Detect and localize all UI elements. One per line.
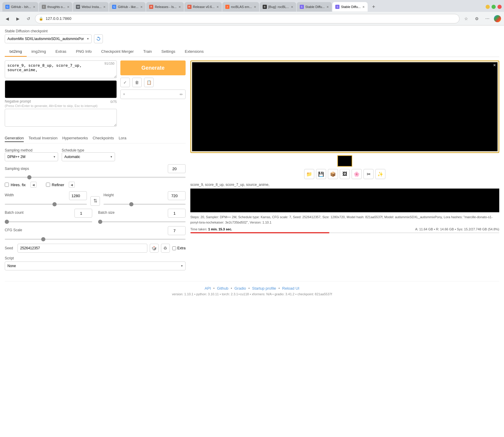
tab-train[interactable]: Train bbox=[138, 47, 157, 57]
tab-pnginfo[interactable]: PNG Info bbox=[71, 47, 96, 57]
tab-close-9[interactable]: ✕ bbox=[326, 5, 329, 9]
hires-collapse-button[interactable]: ◀ bbox=[31, 182, 36, 188]
tab-extensions[interactable]: Extensions bbox=[180, 47, 208, 57]
hires-fix-checkbox[interactable] bbox=[5, 183, 9, 187]
tab-img2img[interactable]: img2img bbox=[27, 47, 51, 57]
sampling-steps-slider[interactable] bbox=[5, 177, 186, 178]
forward-button[interactable]: ▶ bbox=[14, 15, 22, 23]
tool-magic-button[interactable]: 🌸 bbox=[352, 169, 362, 179]
copy-button[interactable]: 📋 bbox=[144, 78, 154, 87]
footer-api-link[interactable]: API bbox=[205, 286, 211, 291]
tool-select-button[interactable]: ✂ bbox=[363, 169, 374, 179]
height-input[interactable] bbox=[168, 191, 186, 200]
address-bar[interactable]: 🔒 127.0.0.1:7860 bbox=[35, 14, 460, 23]
tab-4[interactable]: G GitHub - like... ✕ bbox=[109, 2, 146, 12]
negative-prompt-textarea[interactable] bbox=[5, 109, 117, 127]
tab-9[interactable]: S Stable Diffu... ✕ bbox=[297, 2, 332, 12]
close-button[interactable] bbox=[497, 5, 502, 9]
tab-close-6[interactable]: ✕ bbox=[216, 5, 219, 9]
menu-button[interactable]: ⋯ bbox=[483, 15, 492, 23]
width-slider[interactable] bbox=[5, 204, 87, 205]
sampling-steps-input[interactable] bbox=[168, 164, 186, 173]
width-input[interactable] bbox=[69, 191, 87, 200]
tab-close-3[interactable]: ✕ bbox=[103, 5, 106, 9]
maximize-button[interactable] bbox=[492, 5, 496, 9]
extra-checkbox[interactable] bbox=[172, 246, 176, 250]
tab-txt2img[interactable]: txt2img bbox=[5, 47, 27, 57]
tab-8[interactable]: B [Bug]: rocBL... ✕ bbox=[260, 2, 296, 12]
batch-count-input[interactable] bbox=[74, 209, 92, 218]
tab-settings[interactable]: Settings bbox=[157, 47, 180, 57]
bookmark-button[interactable]: ☆ bbox=[462, 15, 470, 23]
tab-close-2[interactable]: ✕ bbox=[67, 5, 69, 9]
generate-button[interactable]: Generate bbox=[120, 60, 186, 75]
sub-tab-hypernetworks[interactable]: Hypernetworks bbox=[62, 135, 88, 142]
cfg-scale-slider[interactable] bbox=[5, 239, 186, 240]
width-label: Width bbox=[5, 193, 14, 197]
tab-close-10[interactable]: ✕ bbox=[362, 5, 365, 9]
tab-10[interactable]: S Stable Diffu... ✕ bbox=[332, 2, 368, 12]
checkpoint-select[interactable]: AutismMix SDXL\autismmixSDXL_autismmixPo… bbox=[5, 34, 92, 43]
tab-1[interactable]: G GitHub - Ish... ✕ bbox=[2, 2, 38, 12]
height-slider[interactable] bbox=[103, 204, 186, 205]
refiner-label[interactable]: Refiner bbox=[46, 183, 64, 187]
tool-send-button[interactable]: 🖼 bbox=[340, 169, 350, 179]
tab-close-1[interactable]: ✕ bbox=[33, 5, 35, 9]
footer-startup-profile-link[interactable]: Startup profile bbox=[252, 286, 276, 291]
sub-tab-textual-inversion[interactable]: Textual Inversion bbox=[28, 135, 58, 142]
swap-dimensions-button[interactable]: ⇅ bbox=[90, 196, 100, 206]
sub-tab-checkpoints[interactable]: Checkpoints bbox=[93, 135, 114, 142]
profile-icon[interactable] bbox=[494, 15, 501, 22]
style-edit-button[interactable]: ✏ bbox=[180, 92, 183, 97]
new-tab-button[interactable]: + bbox=[369, 3, 378, 11]
tab-3[interactable]: W Webui Insta... ✕ bbox=[73, 2, 109, 12]
footer-github-link[interactable]: Github bbox=[217, 286, 228, 291]
tool-folder-button[interactable]: 📁 bbox=[304, 169, 314, 179]
extensions-button[interactable]: ⚙ bbox=[473, 15, 481, 23]
tab-close-8[interactable]: ✕ bbox=[291, 5, 293, 9]
batch-size-slider[interactable] bbox=[98, 221, 186, 222]
prompt-textarea[interactable]: score_9, score_8_up, score_7_up, source_… bbox=[5, 60, 117, 78]
tab-6[interactable]: R Release v0.6... ✕ bbox=[184, 2, 222, 12]
footer-version: version: 1.10.1 • python: 3.10.11 • torc… bbox=[9, 292, 495, 296]
reload-button[interactable]: ↺ bbox=[24, 15, 33, 23]
thumbnail-1[interactable] bbox=[337, 155, 352, 167]
tab-5[interactable]: R Releases - Is... ✕ bbox=[146, 2, 184, 12]
seed-dice-button[interactable]: 🎲 bbox=[150, 244, 159, 253]
tool-save-button[interactable]: 💾 bbox=[316, 169, 326, 179]
trash-button[interactable]: 🗑 bbox=[132, 78, 142, 87]
back-button[interactable]: ◀ bbox=[3, 15, 11, 23]
style-close-button[interactable]: × bbox=[123, 92, 125, 96]
script-select[interactable]: None bbox=[5, 261, 186, 270]
tab-extras[interactable]: Extras bbox=[51, 47, 71, 57]
sub-tab-lora[interactable]: Lora bbox=[119, 135, 126, 142]
footer-reload-ui-link[interactable]: Reload UI bbox=[282, 286, 299, 291]
tab-close-4[interactable]: ✕ bbox=[140, 5, 143, 9]
check-button[interactable]: ✓ bbox=[120, 78, 130, 87]
extra-checkbox-label[interactable]: Extra bbox=[172, 246, 186, 250]
tab-close-7[interactable]: ✕ bbox=[254, 5, 256, 9]
image-close-button[interactable]: ✕ bbox=[492, 62, 497, 68]
tool-sparkle-button[interactable]: ✨ bbox=[375, 169, 385, 179]
sub-tab-generation[interactable]: Generation bbox=[5, 135, 24, 142]
hires-fix-label[interactable]: Hires. fix bbox=[5, 183, 26, 187]
refiner-collapse-button[interactable]: ◀ bbox=[69, 182, 75, 188]
sampling-method-select[interactable]: DPM++ 2M bbox=[5, 152, 58, 161]
seed-input[interactable] bbox=[17, 244, 147, 253]
refresh-button[interactable] bbox=[94, 34, 103, 43]
tab-7[interactable]: r rocBLAS em... ✕ bbox=[222, 2, 259, 12]
footer-gradio-link[interactable]: Gradio bbox=[235, 286, 246, 291]
batch-count-slider[interactable] bbox=[5, 221, 92, 222]
cfg-scale-input[interactable] bbox=[168, 226, 186, 235]
tab-close-5[interactable]: ✕ bbox=[178, 5, 181, 9]
seed-recycle-button[interactable]: ♻ bbox=[161, 244, 170, 253]
batch-size-input[interactable] bbox=[168, 209, 186, 218]
batch-count-label: Batch count bbox=[5, 210, 23, 215]
tab-2[interactable]: t thoughts o... ✕ bbox=[39, 2, 73, 12]
refiner-checkbox[interactable] bbox=[46, 183, 50, 187]
tab-checkpoint-merger[interactable]: Checkpoint Merger bbox=[96, 47, 138, 57]
tool-zip-button[interactable]: 📦 bbox=[328, 169, 338, 179]
schedule-type-select[interactable]: Automatic bbox=[62, 152, 115, 161]
minimize-button[interactable] bbox=[486, 5, 490, 9]
negative-prompt-area: Negative prompt 0/75 (Press Ctrl+Enter t… bbox=[5, 99, 117, 127]
